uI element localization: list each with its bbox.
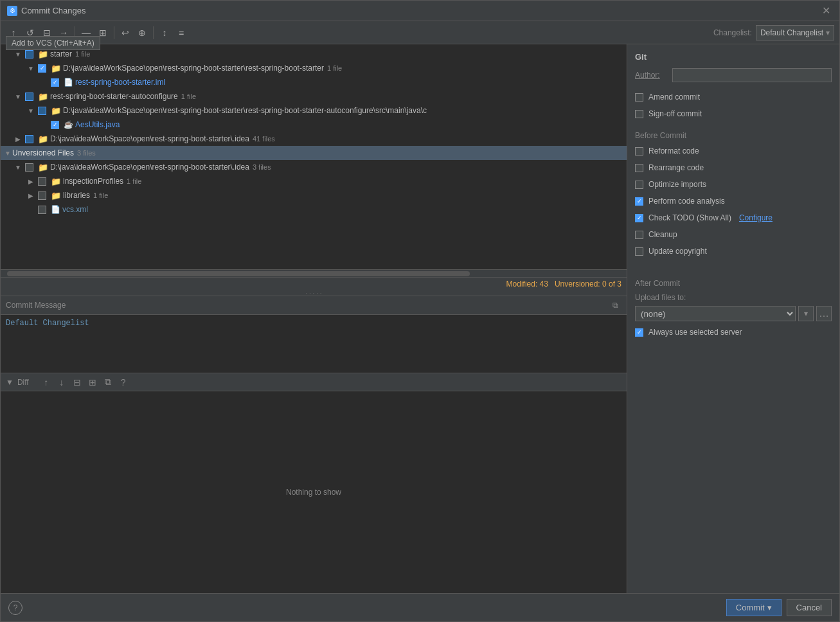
item-label: starter bbox=[50, 49, 72, 58]
partial-checkbox[interactable] bbox=[38, 107, 46, 115]
chevron-down-icon: ▼ bbox=[13, 51, 22, 58]
author-input[interactable] bbox=[672, 68, 832, 82]
diff-help-button[interactable]: ? bbox=[116, 375, 130, 389]
changelist-dropdown[interactable]: Default Changelist ▾ bbox=[756, 25, 834, 40]
update-copyright-checkbox[interactable] bbox=[635, 247, 643, 256]
list-item[interactable]: ▶ ✓ ☕ AesUtils.java bbox=[1, 118, 627, 132]
filter-button[interactable]: ≡ bbox=[174, 25, 189, 40]
perform-code-analysis-row: ✓ Perform code analysis bbox=[635, 195, 832, 207]
upload-row: (none) ▾ … bbox=[635, 306, 832, 321]
partial-checkbox[interactable] bbox=[25, 93, 33, 101]
horizontal-scrollbar[interactable] bbox=[1, 269, 627, 277]
check-todo-label: Check TODO (Show All) bbox=[648, 213, 731, 222]
modified-status: Modified: 43 bbox=[506, 280, 548, 289]
item-count: 1 file bbox=[127, 177, 141, 185]
after-commit-section: After Commit Upload files to: (none) ▾ …… bbox=[635, 272, 832, 343]
list-item[interactable]: ▶ ✓ 📄 rest-spring-boot-starter.iml bbox=[1, 75, 627, 89]
chevron-down-icon: ▼ bbox=[6, 378, 13, 387]
list-item[interactable]: ▼ 📁 D:\java\ideaWorkSpace\open\rest-spri… bbox=[1, 160, 627, 174]
sort-button[interactable]: ↕ bbox=[157, 25, 172, 40]
rearrange-code-checkbox[interactable] bbox=[635, 164, 643, 172]
diff-content: Nothing to show bbox=[1, 391, 627, 593]
unchecked-checkbox[interactable] bbox=[38, 191, 46, 200]
folder-icon: 📁 bbox=[38, 134, 48, 144]
unchecked-checkbox[interactable] bbox=[38, 177, 46, 186]
sign-off-commit-checkbox[interactable] bbox=[635, 110, 643, 118]
list-item[interactable]: ▶ 📁 libraries 1 file bbox=[1, 188, 627, 202]
diff-external-button[interactable]: ⧉ bbox=[101, 375, 115, 389]
upload-more-button[interactable]: … bbox=[816, 306, 832, 321]
chevron-down-icon: ▼ bbox=[3, 150, 12, 157]
unchecked-checkbox[interactable] bbox=[25, 163, 33, 172]
scrollbar-thumb bbox=[7, 271, 470, 276]
item-label: D:\java\ideaWorkSpace\open\rest-spring-b… bbox=[50, 163, 249, 172]
partial-checkbox[interactable] bbox=[25, 135, 33, 143]
cleanup-checkbox[interactable] bbox=[635, 231, 643, 239]
diff-next-button[interactable]: ↓ bbox=[55, 375, 69, 389]
undo-button[interactable]: ↩ bbox=[118, 25, 133, 40]
item-count: 41 files bbox=[253, 135, 275, 143]
upload-files-label: Upload files to: bbox=[635, 293, 832, 302]
cleanup-row: Cleanup bbox=[635, 229, 832, 240]
checked-checkbox[interactable]: ✓ bbox=[38, 64, 46, 73]
title-bar: ⚙ Commit Changes ✕ bbox=[1, 1, 839, 21]
drag-handle[interactable]: · · · · · bbox=[1, 290, 627, 296]
check-todo-checkbox[interactable]: ✓ bbox=[635, 214, 643, 222]
item-count: 1 file bbox=[75, 50, 90, 58]
perform-code-analysis-checkbox[interactable]: ✓ bbox=[635, 197, 643, 206]
right-panel: Git Author: Amend commit Sign-off commit… bbox=[627, 44, 839, 593]
file-tree[interactable]: ▼ 📁 starter 1 file ▼ ✓ 📁 D:\java\ideaWor… bbox=[1, 44, 627, 269]
folder-icon: 📁 bbox=[51, 106, 61, 116]
reformat-code-checkbox[interactable] bbox=[635, 147, 643, 156]
diff-title: Diff bbox=[17, 378, 29, 387]
list-item[interactable]: ▶ 📄 vcs.xml bbox=[1, 202, 627, 217]
nothing-to-show-label: Nothing to show bbox=[286, 488, 341, 497]
tooltip: Add to VCS (Ctrl+Alt+A) bbox=[6, 36, 100, 50]
upload-dropdown-button[interactable]: ▾ bbox=[798, 306, 814, 321]
list-item[interactable]: ▼ 📁 D:\java\ideaWorkSpace\open\rest-spri… bbox=[1, 103, 627, 118]
diff-button[interactable]: ⊕ bbox=[134, 25, 150, 40]
unchecked-checkbox[interactable] bbox=[38, 206, 46, 214]
copy-button[interactable]: ⧉ bbox=[609, 299, 621, 312]
configure-link[interactable]: Configure bbox=[739, 213, 773, 222]
close-button[interactable]: ✕ bbox=[819, 4, 833, 18]
commit-button[interactable]: Commit ▾ bbox=[726, 599, 782, 616]
item-label: rest-spring-boot-starter.iml bbox=[75, 78, 165, 87]
item-count: 3 files bbox=[253, 163, 271, 171]
item-label: D:\java\ideaWorkSpace\open\rest-spring-b… bbox=[50, 134, 249, 143]
upload-select[interactable]: (none) bbox=[635, 306, 796, 321]
commit-message-input[interactable]: Default Changelist bbox=[1, 315, 627, 373]
checked-checkbox[interactable]: ✓ bbox=[51, 121, 59, 129]
always-use-server-checkbox[interactable]: ✓ bbox=[635, 328, 643, 337]
commit-message-label: Commit Message bbox=[6, 301, 66, 310]
git-section-title: Git bbox=[635, 52, 832, 62]
update-copyright-label: Update copyright bbox=[648, 247, 707, 256]
dialog-icon: ⚙ bbox=[7, 6, 17, 16]
changelist-area: Changelist: Default Changelist ▾ bbox=[713, 25, 834, 40]
diff-collapse-button[interactable]: ⊞ bbox=[85, 375, 100, 389]
partial-checkbox[interactable] bbox=[25, 50, 33, 58]
checked-checkbox[interactable]: ✓ bbox=[51, 78, 59, 87]
diff-prev-button[interactable]: ↑ bbox=[39, 375, 53, 389]
changelist-label: Changelist: bbox=[713, 28, 752, 37]
changelist-arrow-icon: ▾ bbox=[826, 28, 830, 37]
diff-header: ▼ Diff ↑ ↓ ⊟ ⊞ ⧉ ? bbox=[1, 373, 627, 391]
chevron-right-icon: ▶ bbox=[13, 136, 22, 143]
optimize-imports-checkbox[interactable] bbox=[635, 181, 643, 189]
cleanup-label: Cleanup bbox=[648, 230, 677, 239]
list-item[interactable]: ▶ 📁 inspectionProfiles 1 file bbox=[1, 174, 627, 188]
list-item[interactable]: ▼ ✓ 📁 D:\java\ideaWorkSpace\open\rest-sp… bbox=[1, 61, 627, 75]
help-button[interactable]: ? bbox=[8, 601, 22, 615]
amend-commit-checkbox[interactable] bbox=[635, 93, 643, 102]
optimize-imports-row: Optimize imports bbox=[635, 179, 832, 190]
list-item[interactable]: ▼ 📁 rest-spring-boot-starter-autoconfigu… bbox=[1, 89, 627, 103]
separator-2 bbox=[114, 26, 114, 39]
chevron-down-icon: ▼ bbox=[26, 65, 35, 72]
list-item[interactable]: ▶ 📁 D:\java\ideaWorkSpace\open\rest-spri… bbox=[1, 132, 627, 146]
folder-icon: 📁 bbox=[51, 191, 61, 200]
cancel-button[interactable]: Cancel bbox=[787, 599, 832, 616]
item-count: 3 files bbox=[77, 149, 96, 157]
diff-expand-button[interactable]: ⊟ bbox=[70, 375, 84, 389]
commit-changes-dialog: ⚙ Commit Changes ✕ Add to VCS (Ctrl+Alt+… bbox=[0, 0, 840, 622]
unversioned-files-header[interactable]: ▼ Unversioned Files 3 files bbox=[1, 146, 627, 160]
